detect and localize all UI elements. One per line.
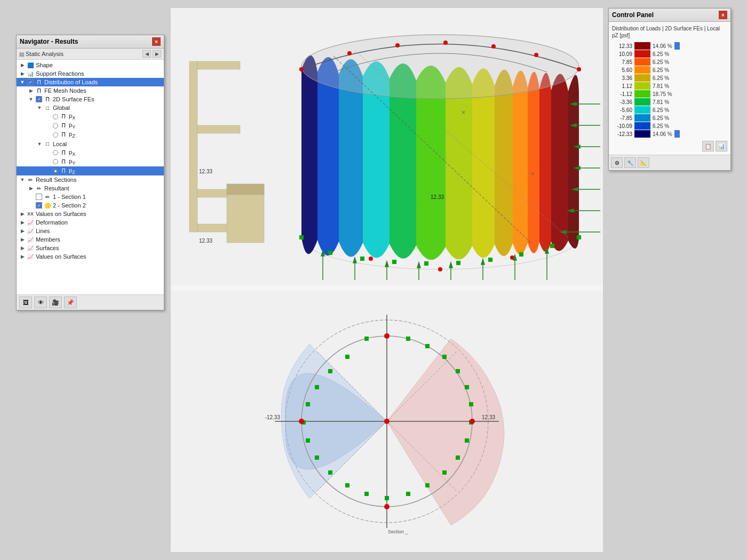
control-panel: Control Panel × Distribution of Loads | …	[608, 8, 731, 171]
checkbox-section2[interactable]	[36, 202, 42, 209]
svg-point-101	[384, 504, 390, 509]
radio-pz-global[interactable]	[53, 132, 58, 138]
legend-percent-10: 6.25 %	[653, 123, 669, 129]
control-panel-close-button[interactable]: ×	[719, 11, 727, 19]
tree-item-local[interactable]: ▼ □ Local	[17, 140, 164, 148]
local-label: Local	[53, 141, 67, 147]
tree-item-resultant[interactable]: ▶ ✏ Resultant	[17, 184, 164, 193]
radio-px-global[interactable]	[53, 114, 58, 119]
toggle-distribution[interactable]: ▼	[19, 78, 26, 86]
tree-item-px-global[interactable]: Π pX	[17, 112, 164, 121]
tree-item-pz-local[interactable]: Π pZ	[17, 166, 164, 175]
radio-px-local[interactable]	[53, 150, 58, 155]
checkbox-2d-surface[interactable]	[36, 96, 42, 102]
toggle-result-sections[interactable]: ▼	[19, 176, 26, 183]
3d-view-svg: 12.33 12.33	[171, 8, 603, 285]
tree-item-2d-surface[interactable]: ▼ Π 2D Surface FEs	[17, 95, 164, 103]
lines-icon: 📈	[27, 227, 34, 235]
radio-py-global[interactable]	[53, 123, 58, 129]
tree-item-shape[interactable]: ▶ 🟦 Shape	[17, 61, 164, 69]
svg-rect-27	[424, 261, 428, 266]
tree-item-px-local[interactable]: Π pX	[17, 148, 164, 157]
legend-percent-9: 6.25 %	[653, 115, 669, 121]
py-local-icon: Π	[60, 158, 67, 165]
toggle-2d-surface[interactable]: ▼	[27, 95, 35, 103]
cp-export-button[interactable]: 📋	[702, 141, 714, 151]
toggle-values-surfaces1[interactable]: ▶	[19, 210, 26, 218]
svg-point-16	[534, 53, 538, 57]
tree-item-fe-mesh[interactable]: ▶ Π FE Mesh Nodes	[17, 86, 164, 95]
legend-row-5: 1.12 7.81 %	[612, 82, 727, 90]
checkbox-section1[interactable]	[36, 194, 42, 200]
2d-viewport[interactable]: -12.33 12.33 Section _	[171, 291, 603, 552]
svg-rect-26	[392, 260, 396, 264]
footer-view-button[interactable]: 👁	[34, 297, 47, 308]
footer-screenshot-button[interactable]: 🖼	[19, 297, 32, 308]
main-viewport[interactable]: 12.33 12.33	[171, 8, 603, 552]
toggle-members[interactable]: ▶	[19, 236, 26, 243]
legend-color-7	[634, 98, 650, 106]
control-panel-title: Control Panel	[612, 11, 654, 19]
nav-next-button[interactable]: ▶	[153, 50, 161, 58]
pz-local-icon: Π	[60, 167, 67, 175]
tree-item-distribution[interactable]: ▼ Π Distribution of Loads	[17, 78, 164, 86]
toggle-resultant[interactable]: ▶	[27, 185, 35, 192]
svg-point-19	[438, 267, 442, 271]
tree-item-py-local[interactable]: Π pY	[17, 157, 164, 166]
toggle-lines[interactable]: ▶	[19, 227, 26, 235]
toggle-global[interactable]: ▼	[36, 104, 43, 111]
3d-viewport[interactable]: 12.33 12.33	[171, 8, 603, 285]
deformation-label: Deformation	[36, 219, 68, 226]
toggle-support[interactable]: ▶	[19, 70, 26, 77]
nav-prev-button[interactable]: ◀	[142, 50, 151, 58]
tree-item-section1[interactable]: ✏ 1 - Section 1	[17, 193, 164, 201]
navigator-close-button[interactable]: ×	[152, 37, 161, 46]
cp-chart-button[interactable]: 📊	[716, 141, 727, 151]
legend-color-1	[634, 50, 650, 58]
footer-video-button[interactable]: 🎥	[49, 297, 62, 308]
svg-point-14	[443, 41, 448, 45]
footer-pin-button[interactable]: 📌	[64, 297, 77, 308]
toggle-py-global	[44, 122, 52, 130]
distribution-icon: Π	[35, 78, 43, 86]
radio-py-local[interactable]	[53, 159, 58, 164]
toggle-fe-mesh[interactable]: ▶	[27, 87, 35, 94]
tree-item-values-surfaces2[interactable]: ▶ 📈 Values on Surfaces	[17, 252, 164, 261]
svg-rect-7	[227, 184, 264, 195]
legend-color-5	[634, 82, 650, 90]
navigator-tree: ▶ 🟦 Shape ▶ 📊 Support Reactions ▼ Π Dist…	[17, 60, 164, 294]
tree-item-deformation[interactable]: ▶ 📈 Deformation	[17, 218, 164, 227]
tree-item-lines[interactable]: ▶ 📈 Lines	[17, 227, 164, 235]
cp-measure-button[interactable]: 📐	[638, 157, 649, 168]
tree-item-global[interactable]: ▼ □ Global	[17, 103, 164, 112]
toggle-deformation[interactable]: ▶	[19, 219, 26, 226]
tree-item-surfaces[interactable]: ▶ 📈 Surfaces	[17, 244, 164, 252]
checkbox-distribution[interactable]	[27, 79, 34, 85]
toggle-values-surfaces2[interactable]: ▶	[19, 253, 26, 260]
tree-item-pz-global[interactable]: Π pZ	[17, 130, 164, 139]
legend-value-1: 10.09	[612, 51, 632, 57]
tree-item-py-global[interactable]: Π pY	[17, 121, 164, 130]
toggle-surfaces[interactable]: ▶	[19, 244, 26, 252]
toggle-shape[interactable]: ▶	[19, 61, 26, 69]
legend: 12.33 14.06 % 10.09 6.25 % 7.85 6.25 % 5…	[612, 42, 727, 138]
legend-percent-4: 6.25 %	[653, 75, 669, 81]
svg-point-17	[577, 67, 581, 71]
tree-item-members[interactable]: ▶ 📈 Members	[17, 235, 164, 244]
tree-item-values-surfaces1[interactable]: ▶ XX Values on Surfaces	[17, 210, 164, 218]
svg-rect-29	[488, 258, 492, 262]
tree-item-result-sections[interactable]: ▼ ✏ Result Sections	[17, 175, 164, 184]
legend-row-1: 10.09 6.25 %	[612, 50, 727, 58]
center-value-label: 12.33	[431, 194, 444, 200]
cp-tool-button[interactable]: 🔧	[624, 157, 636, 168]
tree-item-section2[interactable]: 🟡 2 - Section 2	[17, 201, 164, 210]
px-global-label: pX	[69, 113, 75, 121]
toggle-local[interactable]: ▼	[36, 140, 43, 148]
svg-rect-95	[315, 385, 319, 389]
deformation-icon: 📈	[27, 219, 34, 226]
cp-settings-button[interactable]: ⚙	[611, 157, 623, 168]
legend-color-9	[634, 114, 650, 122]
radio-pz-local[interactable]	[53, 169, 58, 174]
legend-value-6: -1.12	[612, 91, 632, 97]
tree-item-support[interactable]: ▶ 📊 Support Reactions	[17, 69, 164, 78]
